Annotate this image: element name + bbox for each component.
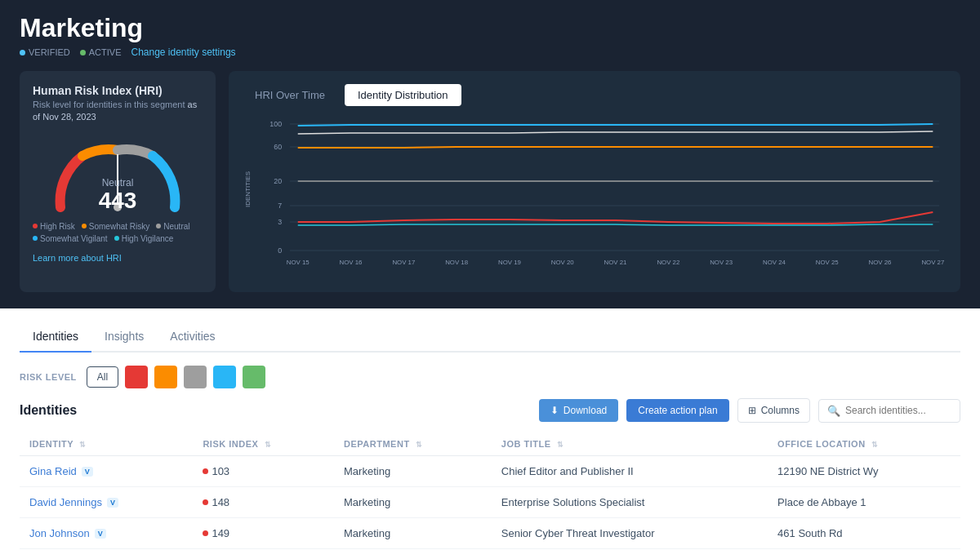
search-box: 🔍 (818, 399, 960, 423)
active-label: ACTIVE (89, 47, 122, 57)
svg-text:100: 100 (270, 120, 282, 128)
risk-level-label: RISK LEVEL (20, 372, 77, 382)
legend-somewhat-risky: Somewhat Risky (82, 222, 149, 231)
svg-text:60: 60 (274, 143, 282, 151)
svg-text:NOV 24: NOV 24 (763, 259, 786, 266)
hri-card: Human Risk Index (HRI) Risk level for id… (20, 71, 216, 292)
change-identity-link[interactable]: Change identity settings (131, 47, 235, 58)
svg-text:NOV 22: NOV 22 (657, 259, 679, 266)
svg-text:20: 20 (274, 177, 282, 185)
sort-icon-office[interactable]: ⇅ (871, 441, 879, 449)
sort-icon-identity[interactable]: ⇅ (79, 441, 87, 449)
risk-level-row: RISK LEVEL All (20, 366, 960, 388)
cell-dept-2: Marketing (334, 518, 492, 549)
chart-tabs: HRI Over Time Identity Distribution (242, 84, 947, 106)
risk-btn-somewhat-vigilant[interactable] (213, 366, 236, 388)
tab-identities[interactable]: Identities (20, 322, 91, 353)
hri-title: Human Risk Index (HRI) (33, 84, 203, 97)
cell-risk-2: 149 (193, 518, 334, 549)
cell-job-0: Chief Editor and Publisher II (492, 456, 768, 487)
risk-btn-high-vigilance[interactable] (243, 366, 265, 388)
tab-activities[interactable]: Activities (157, 322, 228, 353)
svg-text:IDENTITIES: IDENTITIES (244, 171, 252, 207)
risk-btn-somewhat-risky[interactable] (154, 366, 177, 388)
cell-risk-0: 103 (193, 456, 334, 487)
risk-index-value-1: 148 (212, 496, 229, 508)
risk-indicator-0 (203, 468, 208, 474)
identity-link-0[interactable]: Gina Reid V (29, 465, 183, 477)
svg-text:3: 3 (278, 218, 282, 226)
col-office: OFFICE LOCATION ⇅ (768, 432, 960, 456)
svg-text:NOV 27: NOV 27 (921, 259, 944, 266)
page-title: Marketing (20, 13, 960, 43)
identities-table-title: Identities (20, 403, 77, 418)
cards-row: Human Risk Index (HRI) Risk level for id… (20, 71, 960, 292)
hri-legend: High Risk Somewhat Risky Neutral Somewha… (33, 222, 203, 243)
legend-somewhat-vigilant: Somewhat Vigilant (33, 234, 108, 243)
sort-icon-risk[interactable]: ⇅ (265, 441, 272, 449)
svg-text:NOV 18: NOV 18 (445, 259, 468, 266)
download-button[interactable]: ⬇ Download (539, 399, 618, 422)
gauge-label: Neutral (99, 177, 137, 189)
risk-index-value-2: 149 (212, 527, 229, 539)
table-header-row-el: IDENTITY ⇅ RISK INDEX ⇅ DEPARTMENT ⇅ JOB… (20, 432, 960, 456)
somewhat-risky-dot (82, 224, 87, 228)
identity-link-2[interactable]: Jon Johnson V (29, 527, 183, 539)
search-input[interactable] (845, 405, 951, 416)
table-actions: ⬇ Download Create action plan ⊞ Columns … (539, 398, 960, 423)
svg-text:NOV 17: NOV 17 (392, 259, 415, 266)
tab-insights[interactable]: Insights (91, 322, 157, 353)
search-icon: 🔍 (827, 405, 840, 417)
risk-indicator-2 (203, 530, 208, 536)
chart-area: 100 60 20 7 3 0 IDENTITIES NOV 15 NOV 16… (242, 116, 947, 279)
learn-hri-link[interactable]: Learn more about HRI (33, 253, 203, 263)
hri-subtitle: Risk level for identities in this segmen… (33, 99, 203, 124)
neutral-dot (156, 224, 161, 228)
tab-hri-over-time[interactable]: HRI Over Time (242, 84, 338, 106)
cell-dept-0: Marketing (334, 456, 492, 487)
sort-icon-job[interactable]: ⇅ (557, 441, 564, 449)
columns-button[interactable]: ⊞ Columns (737, 398, 810, 423)
sort-icon-dept[interactable]: ⇅ (416, 441, 423, 449)
somewhat-vigilant-dot (33, 236, 38, 241)
verified-status: VERIFIED (20, 47, 70, 57)
legend-high-vigilance: High Vigilance (114, 234, 174, 243)
svg-text:NOV 19: NOV 19 (498, 259, 521, 266)
columns-icon: ⊞ (748, 405, 756, 416)
download-icon: ⬇ (550, 405, 559, 416)
table-row: Jon Johnson V 149 Marketing Senior Cyber… (20, 518, 960, 549)
create-action-plan-button[interactable]: Create action plan (626, 399, 728, 422)
verified-label: VERIFIED (29, 47, 70, 57)
verified-badge: V (107, 498, 118, 508)
cell-office-2: 461 South Rd (768, 518, 960, 549)
high-risk-dot (33, 224, 38, 228)
svg-text:NOV 23: NOV 23 (710, 259, 733, 266)
identity-link-1[interactable]: David Jennings V (29, 496, 183, 508)
high-vigilance-dot (114, 236, 119, 241)
main-tabs: Identities Insights Activities (20, 308, 960, 353)
somewhat-vigilant-label: Somewhat Vigilant (40, 234, 108, 243)
high-vigilance-label: High Vigilance (122, 234, 174, 243)
hri-date: as of Nov 28, 2023 (33, 100, 197, 122)
verified-dot (20, 50, 25, 55)
risk-indicator-1 (203, 499, 208, 505)
identities-table: IDENTITY ⇅ RISK INDEX ⇅ DEPARTMENT ⇅ JOB… (20, 432, 960, 550)
cell-job-2: Senior Cyber Threat Investigator (492, 518, 768, 549)
active-status: ACTIVE (80, 47, 122, 57)
risk-btn-all[interactable]: All (87, 366, 118, 388)
col-department: DEPARTMENT ⇅ (334, 432, 492, 456)
risk-btn-high[interactable] (125, 366, 148, 388)
gauge-container: Neutral 443 (44, 134, 191, 215)
tab-identity-distribution[interactable]: Identity Distribution (345, 84, 461, 106)
cell-office-0: 12190 NE District Wy (768, 456, 960, 487)
risk-btn-neutral[interactable] (184, 366, 207, 388)
table-row: David Jennings V 148 Marketing Enterpris… (20, 487, 960, 518)
svg-text:NOV 16: NOV 16 (340, 259, 363, 266)
somewhat-risky-label: Somewhat Risky (89, 222, 149, 231)
cell-job-1: Enterprise Solutions Specialist (492, 487, 768, 518)
chart-svg: 100 60 20 7 3 0 IDENTITIES NOV 15 NOV 16… (242, 116, 947, 279)
cell-identity-1: David Jennings V (20, 487, 193, 518)
active-dot (80, 50, 86, 55)
gauge-value: 443 (99, 189, 137, 214)
cell-identity-0: Gina Reid V (20, 456, 193, 487)
